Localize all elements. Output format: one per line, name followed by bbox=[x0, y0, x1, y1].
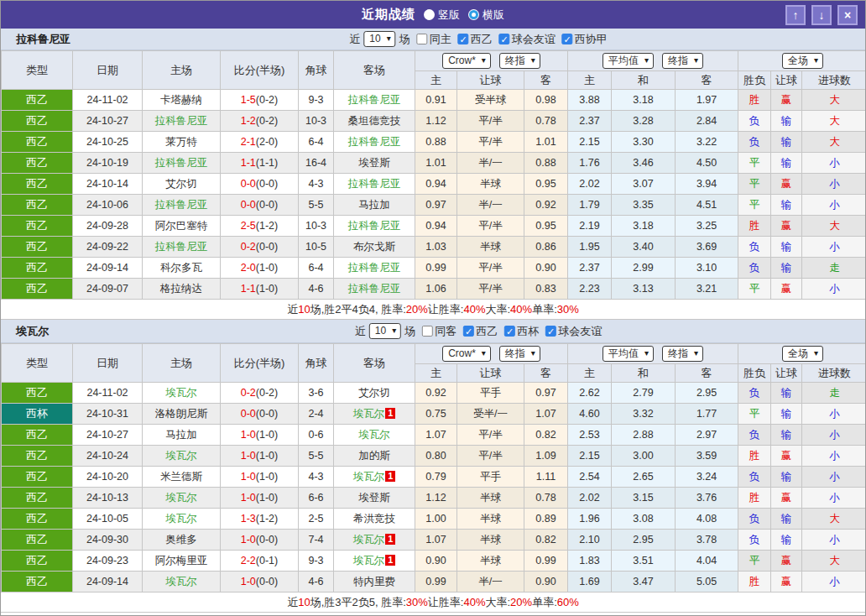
dropdown-group: Crow*▾终指▾ bbox=[415, 51, 568, 71]
result-handicap: 输 bbox=[771, 258, 802, 279]
score-cell: 0-0(0-0) bbox=[221, 404, 299, 425]
result-goals: 小 bbox=[802, 572, 866, 593]
odds-home: 0.79 bbox=[415, 467, 457, 488]
odds-source-select-0-1[interactable]: 终指▾ bbox=[499, 53, 540, 69]
checkbox-icon: ✓ bbox=[463, 326, 474, 337]
filter-checkbox-球会友谊[interactable]: ✓球会友谊 bbox=[545, 324, 602, 339]
avg-away: 2.95 bbox=[676, 383, 738, 404]
away-team: 埃瓦尔 bbox=[358, 429, 390, 441]
away-team: 拉科鲁尼亚 bbox=[348, 136, 401, 148]
sub-column-header: 主 bbox=[415, 71, 457, 90]
avg-home: 2.02 bbox=[568, 488, 612, 509]
odds-home: 0.75 bbox=[415, 404, 457, 425]
full-time-score: 1-0 bbox=[241, 492, 256, 504]
recent-count-select[interactable]: 10▾ bbox=[363, 31, 395, 47]
home-team-cell: 艾尔切 bbox=[143, 174, 221, 195]
odds-source-select-1-0[interactable]: 平均值▾ bbox=[603, 53, 654, 69]
match-row: 西乙24-09-14埃瓦尔1-0(0-0)4-6特内里费0.99半/一0.901… bbox=[2, 572, 866, 593]
type-badge: 西乙 bbox=[2, 383, 73, 404]
corner-score: 6-4 bbox=[299, 132, 334, 153]
result-handicap: 输 bbox=[771, 509, 802, 530]
result-goals-value: 小 bbox=[829, 534, 840, 546]
away-team-cell: 特内里费 bbox=[334, 572, 415, 593]
avg-home: 2.15 bbox=[568, 132, 612, 153]
result-goals-value: 走 bbox=[829, 262, 840, 274]
handicap: 平/半 bbox=[457, 216, 524, 237]
odds-source-select-1-1[interactable]: 终指▾ bbox=[662, 53, 703, 69]
team-section-band: 埃瓦尔近10▾场同客✓西乙✓西杯✓球会友谊 bbox=[1, 320, 865, 343]
match-row: 西乙24-09-14科尔多瓦2-0(1-0)6-4拉科鲁尼亚0.99平/半0.9… bbox=[2, 258, 866, 279]
odds-source-select-2-0[interactable]: 全场▾ bbox=[782, 53, 823, 69]
avg-draw: 3.28 bbox=[612, 111, 676, 132]
match-date: 24-09-23 bbox=[73, 551, 143, 572]
column-header: 角球 bbox=[299, 51, 334, 90]
avg-draw: 3.18 bbox=[612, 216, 676, 237]
type-badge: 西乙 bbox=[2, 258, 73, 279]
move-down-button[interactable]: ↓ bbox=[811, 5, 832, 25]
odds-source-select-0-1[interactable]: 终指▾ bbox=[499, 346, 540, 362]
full-time-score: 1-0 bbox=[241, 534, 256, 546]
summary-segment: 10 bbox=[298, 596, 310, 608]
home-team: 卡塔赫纳 bbox=[160, 94, 202, 106]
layout-radio-vertical[interactable]: 竖版 bbox=[424, 8, 460, 23]
column-header: 客场 bbox=[334, 51, 415, 90]
recent-count-select[interactable]: 10▾ bbox=[369, 323, 401, 339]
filter-checkbox-西乙[interactable]: ✓西乙 bbox=[463, 324, 498, 339]
result-handicap: 输 bbox=[771, 132, 802, 153]
match-date: 24-10-24 bbox=[73, 446, 143, 467]
sub-column-header: 让球 bbox=[457, 364, 524, 383]
odds-away: 0.92 bbox=[524, 195, 568, 216]
odds-source-select-1-0[interactable]: 平均值▾ bbox=[603, 346, 654, 362]
home-team: 米兰德斯 bbox=[160, 471, 202, 483]
away-team: 埃登斯 bbox=[358, 157, 390, 169]
filter-checkbox-同主[interactable]: 同主 bbox=[417, 32, 451, 47]
result-outcome-value: 负 bbox=[749, 387, 760, 399]
result-outcome-value: 平 bbox=[749, 178, 760, 190]
corner-score: 0-6 bbox=[299, 425, 334, 446]
match-date: 24-11-02 bbox=[73, 383, 143, 404]
layout-radio-horizontal[interactable]: 横版 bbox=[468, 8, 504, 23]
move-up-button[interactable]: ↑ bbox=[785, 5, 806, 25]
result-goals: 小 bbox=[802, 404, 866, 425]
odds-away: 0.90 bbox=[524, 572, 568, 593]
titlebar: 近期战绩 竖版 横版 ↑ ↓ × bbox=[1, 1, 865, 29]
summary-segment: 单率: bbox=[532, 302, 557, 317]
home-team: 奥维多 bbox=[165, 534, 197, 546]
recent-count-select-value: 10 bbox=[375, 325, 386, 337]
type-badge: 西乙 bbox=[2, 111, 73, 132]
result-goals-value: 小 bbox=[829, 199, 840, 211]
away-team-cell: 布尔戈斯 bbox=[334, 237, 415, 258]
header-dropdown-row: 类型日期主场比分(半场)角球客场Crow*▾终指▾平均值▾终指▾全场▾ bbox=[2, 51, 866, 71]
handicap: 半球 bbox=[457, 530, 524, 551]
close-button[interactable]: × bbox=[837, 5, 858, 25]
avg-away: 3.10 bbox=[676, 258, 738, 279]
filter-checkbox-西协甲[interactable]: ✓西协甲 bbox=[562, 32, 608, 47]
match-date: 24-10-27 bbox=[73, 111, 143, 132]
chevron-down-icon: ▾ bbox=[531, 347, 535, 359]
filter-checkbox-同客[interactable]: 同客 bbox=[422, 324, 456, 339]
result-handicap-value: 输 bbox=[781, 136, 792, 148]
chevron-down-icon: ▾ bbox=[531, 55, 535, 66]
summary-segment: 单率: bbox=[532, 595, 557, 610]
filter-checkbox-西乙[interactable]: ✓西乙 bbox=[458, 32, 493, 47]
result-handicap: 输 bbox=[771, 237, 802, 258]
avg-away: 1.77 bbox=[676, 404, 738, 425]
avg-draw: 3.07 bbox=[612, 174, 676, 195]
score-cell: 2-5(1-2) bbox=[221, 216, 299, 237]
handicap: 平手 bbox=[457, 383, 524, 404]
avg-draw: 3.47 bbox=[612, 572, 676, 593]
result-outcome: 胜 bbox=[738, 446, 771, 467]
odds-source-select-2-0[interactable]: 全场▾ bbox=[782, 346, 823, 362]
result-handicap-value: 赢 bbox=[781, 94, 792, 106]
filter-checkbox-球会友谊[interactable]: ✓球会友谊 bbox=[499, 32, 556, 47]
odds-source-select-0-0-value: Crow* bbox=[448, 55, 476, 66]
away-team: 艾尔切 bbox=[358, 387, 390, 399]
match-date: 24-09-28 bbox=[73, 216, 143, 237]
odds-source-select-0-0[interactable]: Crow*▾ bbox=[442, 53, 491, 69]
avg-draw: 3.32 bbox=[612, 404, 676, 425]
corner-score: 4-6 bbox=[299, 279, 334, 300]
home-team: 阿尔巴塞特 bbox=[155, 220, 208, 232]
odds-source-select-1-1[interactable]: 终指▾ bbox=[662, 346, 703, 362]
odds-source-select-0-0[interactable]: Crow*▾ bbox=[442, 346, 491, 362]
filter-checkbox-西杯[interactable]: ✓西杯 bbox=[504, 324, 539, 339]
